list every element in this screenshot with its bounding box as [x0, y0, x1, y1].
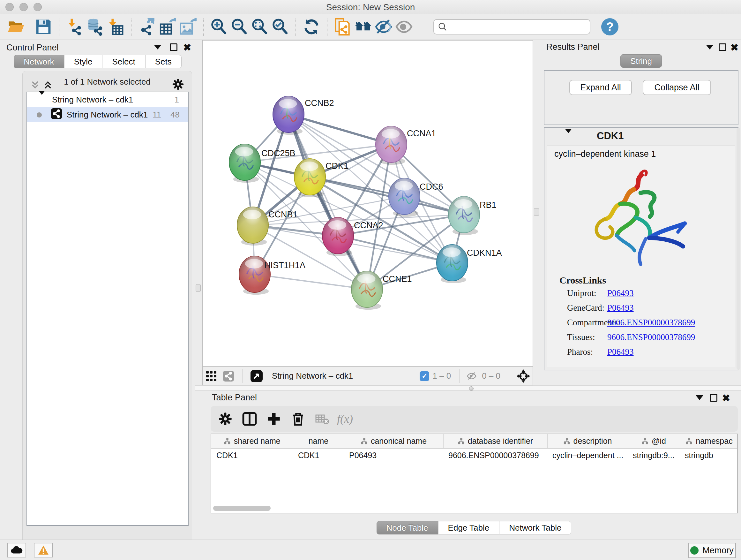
- network-footer: String Network – cdk1 ✓ 1 – 0 0 – 0: [203, 366, 533, 385]
- cell-id[interactable]: stringdb:9...: [628, 448, 680, 462]
- network-options-gear-icon[interactable]: [172, 78, 184, 91]
- table-options-gear-icon[interactable]: [215, 409, 235, 429]
- search-input[interactable]: [448, 22, 582, 32]
- column-header[interactable]: name: [293, 434, 344, 448]
- tab-network[interactable]: Network: [14, 55, 64, 68]
- search-field[interactable]: [433, 19, 590, 35]
- duplicate-network-button[interactable]: [333, 17, 353, 37]
- first-neighbors-button[interactable]: [353, 17, 374, 37]
- column-type-icon: [563, 438, 570, 445]
- refresh-layout-button[interactable]: [301, 17, 322, 37]
- crosslink-pharos-link[interactable]: P06493: [607, 347, 634, 357]
- results-panel-float-icon[interactable]: [719, 44, 726, 51]
- network-svg[interactable]: CCNB2CCNA1CDC25BCDK1CDC6RB1CCNB1CCNA2CDK…: [203, 41, 533, 366]
- column-header[interactable]: canonical name: [344, 434, 443, 448]
- column-header[interactable]: shared name: [211, 434, 293, 448]
- cell-shared-name[interactable]: CDK1: [211, 448, 293, 462]
- network-node-CCNB2[interactable]: [273, 96, 304, 135]
- cell-name[interactable]: CDK1: [293, 448, 344, 462]
- column-header[interactable]: @id: [628, 434, 680, 448]
- export-image-button[interactable]: [178, 17, 198, 37]
- results-panel-close-icon[interactable]: ✖: [731, 43, 738, 52]
- birdseye-crosshair-icon[interactable]: [514, 366, 533, 386]
- crosslink-genecard-link[interactable]: P06493: [607, 303, 634, 313]
- divider-grip-icon[interactable]: [469, 386, 474, 391]
- warning-status-button[interactable]: [34, 543, 53, 557]
- show-columns-icon[interactable]: [239, 409, 260, 429]
- zoom-in-button[interactable]: [209, 17, 229, 37]
- results-panel-menu-icon[interactable]: [706, 45, 714, 50]
- network-node-CDC25B[interactable]: [229, 144, 260, 183]
- import-network-button[interactable]: [64, 17, 85, 37]
- network-collection-row[interactable]: String Network – cdk1 1: [27, 92, 188, 107]
- tab-string[interactable]: String: [620, 54, 662, 68]
- tab-network-table[interactable]: Network Table: [499, 521, 571, 535]
- tab-sets[interactable]: Sets: [145, 55, 182, 68]
- cell-description[interactable]: cyclin–dependent ...: [547, 448, 628, 462]
- network-node-CDC6[interactable]: [389, 178, 420, 217]
- cloud-status-button[interactable]: [7, 543, 26, 557]
- grid-view-icon[interactable]: [203, 366, 220, 386]
- hide-selected-button[interactable]: [374, 17, 394, 37]
- tab-edge-table[interactable]: Edge Table: [438, 521, 499, 535]
- table-panel-close-icon[interactable]: ✖: [722, 393, 730, 403]
- network-node-CCNA1[interactable]: [376, 126, 407, 165]
- memory-button[interactable]: Memory: [688, 543, 736, 558]
- import-network-from-database-button[interactable]: [85, 17, 105, 37]
- save-session-button[interactable]: [33, 17, 54, 37]
- horizontal-divider[interactable]: [195, 385, 741, 391]
- table-panel-menu-icon[interactable]: [696, 395, 703, 400]
- export-table-button[interactable]: [157, 17, 178, 37]
- export-network-button[interactable]: [137, 17, 157, 37]
- duplicate-network-icon: [334, 18, 352, 36]
- control-panel-float-icon[interactable]: [170, 44, 178, 51]
- import-table-button[interactable]: [105, 17, 126, 37]
- delete-column-trash-icon[interactable]: [288, 409, 308, 429]
- cell-database-identifier[interactable]: 9606.ENSP00000378699: [443, 448, 547, 462]
- create-column-plus-icon[interactable]: [264, 409, 284, 429]
- network-edge-HIST1H1A-CCNE1[interactable]: [255, 274, 367, 289]
- show-all-button[interactable]: [394, 17, 414, 37]
- table-panel-float-icon[interactable]: [710, 394, 718, 401]
- open-session-button[interactable]: [6, 17, 26, 37]
- cell-namespace[interactable]: stringdb: [680, 448, 738, 462]
- right-splitter-handle[interactable]: [534, 208, 539, 216]
- help-button[interactable]: ?: [601, 18, 618, 36]
- control-panel-close-icon[interactable]: ✖: [183, 43, 191, 52]
- selected-checkbox-icon[interactable]: ✓: [420, 371, 429, 381]
- cell-canonical-name[interactable]: P06493: [344, 448, 443, 462]
- results-scrollbar[interactable]: [737, 128, 740, 370]
- crosslink-tissues-link[interactable]: 9606.ENSP00000378699: [607, 332, 695, 342]
- network-node-CCNE1[interactable]: [351, 271, 383, 310]
- column-header[interactable]: namespac: [680, 434, 738, 448]
- zoom-out-button[interactable]: [229, 17, 250, 37]
- entry-expander-icon[interactable]: [565, 133, 572, 139]
- function-builder-fx[interactable]: f(x): [337, 412, 353, 426]
- network-node-CCNA2[interactable]: [322, 217, 354, 256]
- left-splitter-handle[interactable]: [196, 284, 201, 292]
- detach-view-icon[interactable]: [248, 366, 266, 386]
- expand-all-button[interactable]: Expand All: [569, 80, 632, 95]
- collapse-all-button[interactable]: Collapse All: [643, 80, 711, 95]
- table-row[interactable]: CDK1 CDK1 P06493 9606.ENSP00000378699 cy…: [211, 448, 738, 462]
- tab-select[interactable]: Select: [102, 55, 145, 68]
- node-table: shared name name canonical name database…: [211, 434, 738, 513]
- network-view-icon[interactable]: [220, 366, 237, 386]
- tab-style[interactable]: Style: [64, 55, 103, 68]
- tab-node-table[interactable]: Node Table: [377, 521, 438, 535]
- zoom-fit-button[interactable]: [250, 17, 270, 37]
- collection-expander-icon[interactable]: [39, 95, 45, 105]
- crosslink-compartments-link[interactable]: 9606.ENSP00000378699: [607, 318, 695, 327]
- zoom-selected-button[interactable]: [270, 17, 290, 37]
- delete-table-icon[interactable]: [312, 409, 333, 429]
- column-header[interactable]: description: [547, 434, 628, 448]
- table-horizontal-scrollbar[interactable]: [213, 506, 271, 511]
- network-row[interactable]: String Network – cdk1 11 48: [27, 107, 188, 122]
- network-node-CDK1[interactable]: [294, 159, 326, 197]
- column-header[interactable]: database identifier: [443, 434, 547, 448]
- network-node-CCNB1[interactable]: [237, 207, 268, 246]
- crosslink-uniprot-link[interactable]: P06493: [607, 288, 634, 298]
- control-panel-menu-icon[interactable]: [154, 45, 161, 50]
- network-node-RB1[interactable]: [448, 196, 480, 235]
- network-node-CDKN1A[interactable]: [436, 245, 468, 283]
